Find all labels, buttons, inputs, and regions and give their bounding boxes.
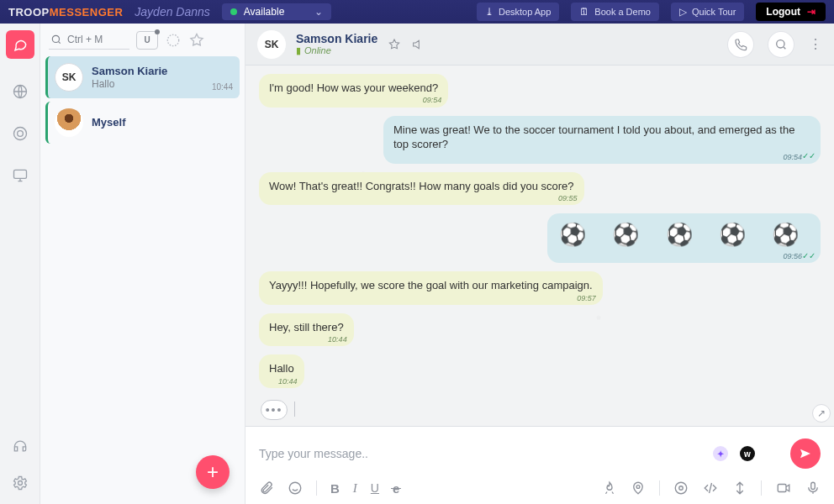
message-text: I'm good! How was your weekend?	[269, 81, 438, 94]
nav-rail	[0, 24, 40, 504]
message-text: Yayyy!!! Hopefully, we score the goal wi…	[269, 279, 593, 291]
underline-icon[interactable]: U	[371, 481, 379, 495]
chat-avatar: SK	[257, 30, 286, 59]
chat-status-text: Online	[304, 45, 331, 56]
desktop-app-label: Desktop App	[499, 7, 551, 17]
svg-point-8	[289, 482, 301, 494]
chevron-down-icon: ⌄	[314, 6, 323, 18]
message-time: 09:54	[783, 152, 802, 162]
mute-speaker-icon[interactable]	[411, 38, 425, 51]
location-pin-icon[interactable]	[631, 480, 646, 496]
search-placeholder: Ctrl + M	[67, 34, 103, 45]
chat-header: SK Samson Kiarie ▮ Online	[245, 24, 834, 66]
collapse-icon[interactable]	[732, 480, 747, 496]
message-text: Hey, still there?	[269, 321, 344, 333]
message-time: 09:57	[577, 293, 596, 303]
message-in[interactable]: Wow! That's great!! Congrats!! How many …	[259, 172, 584, 206]
calendar-icon: 🗓	[579, 6, 589, 18]
search-input[interactable]: Ctrl + M	[49, 30, 129, 50]
favorite-star-icon[interactable]	[388, 38, 401, 51]
message-input[interactable]	[259, 447, 701, 460]
message-row: ⚽ ⚽ ⚽ ⚽ ⚽09:56✓✓	[259, 213, 821, 263]
message-in[interactable]: I'm good! How was your weekend?09:54	[259, 74, 448, 108]
burn-icon[interactable]	[602, 480, 617, 496]
contact-name: Samson Kiarie	[92, 65, 203, 78]
logout-button[interactable]: Logout ⇥	[756, 3, 826, 21]
record-circle-icon[interactable]	[673, 480, 689, 496]
status-dot-icon	[230, 8, 237, 15]
bold-icon[interactable]: B	[330, 481, 340, 496]
w-chip-icon[interactable]: w	[740, 446, 755, 461]
star-icon[interactable]	[188, 32, 205, 49]
contact-time: 10:44	[212, 82, 233, 92]
svg-point-6	[167, 34, 178, 45]
filter-dashed-icon[interactable]	[165, 32, 182, 49]
message-time: 09:55	[558, 193, 578, 203]
contact-preview: Hallo	[92, 78, 203, 90]
read-ticks-icon: ✓✓	[802, 250, 816, 262]
scroll-latest-button[interactable]: ↗	[812, 404, 831, 423]
microphone-icon[interactable]	[805, 480, 821, 496]
message-row: Hey, still there?10:44	[259, 313, 821, 347]
contact-item[interactable]: SKSamson KiarieHallo10:44	[45, 56, 240, 98]
nav-target[interactable]	[11, 124, 29, 143]
emoji-icon[interactable]	[288, 480, 303, 496]
sparkle-chip-icon[interactable]: ✦	[713, 446, 728, 461]
composer: ✦ w B I U e	[245, 426, 834, 504]
svg-point-5	[52, 35, 59, 42]
nav-headset[interactable]	[11, 437, 29, 455]
android-icon: ▮	[296, 45, 301, 56]
logo-part1: TROOP	[8, 6, 50, 18]
message-text: Mine was great! We to the soccer tournam…	[393, 123, 794, 151]
svg-rect-12	[778, 485, 786, 492]
nav-chats[interactable]	[6, 30, 34, 59]
status-dropdown[interactable]: Available ⌄	[222, 3, 331, 20]
message-in[interactable]: Hey, still there?10:44	[259, 313, 354, 347]
call-button[interactable]	[728, 32, 753, 57]
contacts-sidebar: Ctrl + M U SKSamson KiarieHallo10:44Myse…	[40, 24, 245, 504]
message-time: 09:56	[783, 251, 802, 261]
svg-rect-13	[811, 482, 816, 489]
message-time: 10:44	[328, 334, 347, 344]
message-out[interactable]: Mine was great! We to the soccer tournam…	[383, 116, 821, 164]
download-icon: ⤓	[485, 6, 494, 18]
read-ticks-icon: ✓✓	[802, 150, 816, 162]
code-icon[interactable]	[702, 480, 719, 496]
strike-icon[interactable]: e	[393, 481, 399, 496]
svg-point-7	[777, 39, 784, 47]
nav-settings[interactable]	[11, 474, 29, 492]
app-logo: TROOPMESSENGER	[8, 6, 123, 18]
contact-item[interactable]: Myself	[45, 102, 240, 144]
message-time: 10:44	[278, 376, 298, 386]
messages-scroll[interactable]: I'm good! How was your weekend?09:54Mine…	[245, 66, 834, 426]
attach-icon[interactable]	[259, 480, 274, 496]
quick-tour-button[interactable]: ▷ Quick Tour	[671, 3, 744, 21]
current-user-name: Jayden Danns	[135, 5, 210, 18]
more-messages-button[interactable]: •••	[261, 400, 288, 420]
svg-point-1	[13, 128, 26, 140]
message-in[interactable]: Hallo10:44	[259, 354, 304, 388]
svg-point-2	[17, 131, 23, 137]
logo-part2: MESSENGER	[50, 6, 124, 18]
message-in[interactable]: Yayyy!!! Hopefully, we score the goal wi…	[259, 271, 603, 305]
send-button[interactable]	[790, 438, 821, 469]
chat-pane: SK Samson Kiarie ▮ Online	[245, 24, 834, 504]
play-icon: ▷	[679, 6, 687, 18]
quick-tour-label: Quick Tour	[692, 7, 736, 17]
italic-icon[interactable]: I	[353, 481, 357, 496]
svg-point-4	[18, 481, 22, 486]
nav-monitor[interactable]	[11, 166, 29, 185]
message-out[interactable]: ⚽ ⚽ ⚽ ⚽ ⚽09:56✓✓	[547, 213, 821, 263]
video-record-icon[interactable]	[775, 480, 792, 496]
desktop-app-button[interactable]: ⤓ Desktop App	[477, 3, 559, 21]
nav-globe[interactable]	[11, 82, 29, 101]
new-chat-fab[interactable]: +	[196, 455, 230, 489]
message-row: Hallo10:44	[259, 354, 821, 388]
more-menu-icon[interactable]: ⋮	[809, 36, 822, 52]
book-demo-button[interactable]: 🗓 Book a Demo	[571, 3, 659, 21]
unread-toggle[interactable]: U	[136, 31, 158, 50]
book-demo-label: Book a Demo	[594, 7, 651, 17]
contact-name: Myself	[92, 116, 233, 129]
logout-icon: ⇥	[807, 6, 816, 18]
chat-search-button[interactable]	[768, 32, 794, 57]
